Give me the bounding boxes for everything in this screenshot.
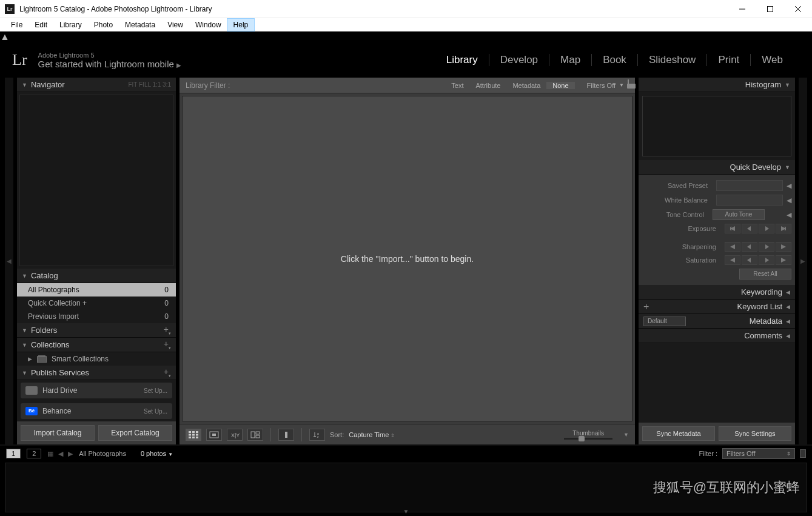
maximize-button[interactable]: [756, 0, 784, 18]
back-icon[interactable]: ◀: [58, 450, 63, 458]
monitor-2-button[interactable]: 2: [27, 449, 41, 458]
sort-dropdown[interactable]: Capture Time ⇕: [349, 431, 395, 438]
thumbnail-slider[interactable]: Thumbnails: [564, 430, 612, 440]
add-folder-icon[interactable]: +▾: [164, 324, 171, 336]
close-button[interactable]: [784, 0, 812, 18]
collapse-top-icon[interactable]: ▲: [0, 32, 812, 42]
survey-view-button[interactable]: [247, 429, 263, 441]
left-rail-collapse[interactable]: ◀: [5, 78, 13, 444]
saturation-label: Saturation: [642, 256, 721, 264]
navigator-zoom-options[interactable]: FIT FILL 1:1 3:1: [128, 81, 171, 88]
catalog-title: Catalog: [31, 271, 58, 280]
svg-rect-4: [192, 431, 195, 433]
collection-icon: [37, 355, 47, 363]
reset-all-button[interactable]: Reset All: [739, 269, 791, 280]
sort-direction-button[interactable]: az: [309, 429, 325, 441]
add-keyword-icon[interactable]: +: [643, 301, 649, 312]
monitor-1-button[interactable]: 1: [6, 449, 21, 458]
white-balance-select[interactable]: [716, 195, 783, 206]
module-book[interactable]: Book: [591, 54, 637, 66]
filter-metadata[interactable]: Metadata: [506, 82, 546, 89]
catalog-previous-import[interactable]: Previous Import0: [17, 310, 176, 323]
auto-tone-button[interactable]: Auto Tone: [713, 209, 765, 220]
filter-none[interactable]: None: [546, 82, 574, 89]
filter-text[interactable]: Text: [445, 82, 469, 89]
menu-edit[interactable]: Edit: [29, 19, 53, 31]
sharpening-stepper[interactable]: [725, 242, 791, 252]
quick-develop-title: Quick Develop: [730, 163, 782, 172]
import-catalog-button[interactable]: Import Catalog: [21, 425, 95, 441]
menu-file[interactable]: File: [5, 19, 29, 31]
collections-header[interactable]: ▼ Collections +▾: [17, 338, 176, 352]
saturation-stepper[interactable]: [725, 255, 791, 265]
smart-collections-item[interactable]: ▶ Smart Collections: [17, 352, 176, 366]
collapse-bottom-icon[interactable]: ▼: [403, 508, 409, 515]
lock-icon[interactable]: [628, 80, 629, 87]
catalog-quick-collection[interactable]: Quick Collection +0: [17, 297, 176, 310]
chevron-left-icon[interactable]: ◀: [787, 182, 791, 190]
keywording-header[interactable]: Keywording◀: [639, 285, 795, 300]
metadata-preset-select[interactable]: Default: [643, 317, 686, 326]
module-library[interactable]: Library: [435, 54, 489, 66]
chevron-left-icon: ◀: [786, 318, 790, 324]
menu-photo[interactable]: Photo: [88, 19, 119, 31]
chevron-left-icon[interactable]: ◀: [787, 196, 791, 204]
sync-settings-button[interactable]: Sync Settings: [719, 426, 791, 441]
catalog-header[interactable]: ▼ Catalog: [17, 269, 176, 283]
grid-icon[interactable]: ▦: [47, 450, 53, 458]
folders-header[interactable]: ▼ Folders +▾: [17, 323, 176, 338]
filters-off-dropdown[interactable]: Filters Off: [587, 82, 616, 89]
compare-view-button[interactable]: X|Y: [227, 429, 243, 441]
keyword-list-header[interactable]: +Keyword List◀: [639, 300, 795, 314]
quick-develop-header[interactable]: Quick Develop ▼: [639, 160, 795, 175]
module-web[interactable]: Web: [750, 54, 794, 66]
chevron-left-icon: ◀: [786, 289, 790, 295]
minimize-button[interactable]: [728, 0, 756, 18]
painter-tool-button[interactable]: [278, 429, 294, 441]
sync-metadata-button[interactable]: Sync Metadata: [642, 426, 715, 441]
svg-text:X|Y: X|Y: [231, 432, 240, 438]
add-collection-icon[interactable]: +▾: [164, 339, 171, 350]
publish-setup-link[interactable]: Set Up...: [144, 408, 167, 415]
publish-behance[interactable]: Bē Behance Set Up...: [21, 403, 172, 419]
grid-view-button[interactable]: [186, 429, 201, 441]
add-publish-icon[interactable]: +▾: [164, 367, 171, 378]
publish-label: Behance: [42, 407, 71, 415]
filmstrip-count[interactable]: 0 photos ▼: [141, 450, 173, 457]
topbar: Lr Adobe Lightroom 5 Get started with Li…: [0, 42, 812, 78]
sort-label: Sort:: [330, 431, 344, 438]
module-develop[interactable]: Develop: [489, 54, 549, 66]
menu-view[interactable]: View: [161, 19, 189, 31]
export-catalog-button[interactable]: Export Catalog: [98, 425, 172, 441]
publish-header[interactable]: ▼ Publish Services +▾: [17, 366, 176, 380]
navigator-title: Navigator: [31, 80, 65, 89]
menu-help[interactable]: Help: [227, 19, 255, 31]
tone-control-label: Tone Control: [642, 211, 709, 218]
menu-library[interactable]: Library: [53, 19, 88, 31]
catalog-all-photographs[interactable]: All Photographs0: [17, 283, 176, 297]
forward-icon[interactable]: ▶: [68, 450, 73, 458]
publish-setup-link[interactable]: Set Up...: [144, 387, 167, 394]
loupe-view-button[interactable]: [206, 429, 222, 441]
svg-rect-5: [196, 431, 198, 433]
navigator-header[interactable]: ▼ Navigator FIT FILL 1:1 3:1: [17, 78, 176, 92]
filter-lock-icon[interactable]: [800, 449, 806, 458]
filter-attribute[interactable]: Attribute: [469, 82, 506, 89]
module-map[interactable]: Map: [549, 54, 591, 66]
metadata-header[interactable]: DefaultMetadata◀: [639, 314, 795, 329]
module-print[interactable]: Print: [706, 54, 750, 66]
chevron-left-icon[interactable]: ◀: [787, 211, 791, 219]
module-slideshow[interactable]: Slideshow: [637, 54, 707, 66]
comments-header[interactable]: Comments◀: [639, 329, 795, 343]
histogram-header[interactable]: Histogram ▼: [639, 78, 795, 92]
saved-preset-select[interactable]: [716, 180, 783, 191]
menu-metadata[interactable]: Metadata: [119, 19, 161, 31]
filmstrip-filter-select[interactable]: Filters Off⇕: [722, 448, 795, 459]
publish-harddrive[interactable]: Hard Drive Set Up...: [21, 383, 172, 398]
menu-window[interactable]: Window: [189, 19, 227, 31]
brand-line2[interactable]: Get started with Lightroom mobile: [38, 59, 174, 69]
filmstrip-breadcrumb[interactable]: All Photographs: [79, 450, 126, 457]
right-rail-collapse[interactable]: ▶: [799, 78, 807, 444]
exposure-stepper[interactable]: [725, 224, 791, 233]
toolbar-menu-icon[interactable]: ▼: [623, 432, 629, 438]
